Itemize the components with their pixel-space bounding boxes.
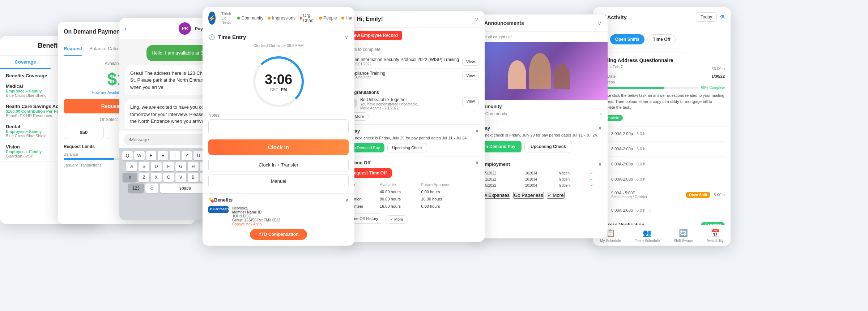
notes-label: Notes bbox=[203, 113, 354, 119]
notes-input[interactable] bbox=[208, 119, 349, 135]
impressions-dot bbox=[268, 17, 271, 20]
employment-title: Employment bbox=[482, 161, 510, 167]
person-silhouette-3 bbox=[554, 64, 570, 89]
ytd-button[interactable]: YTD Compensation bbox=[250, 229, 307, 240]
pay-block-chevron: ∨ bbox=[598, 125, 602, 131]
manual-button[interactable]: Manual bbox=[208, 174, 349, 188]
task-row-1: Written Information Security Protocol 20… bbox=[346, 55, 479, 69]
nav-community[interactable]: Community bbox=[237, 13, 264, 23]
tasks-label: Tasks to complete bbox=[346, 47, 479, 52]
time-off-tab[interactable]: Time Off bbox=[647, 34, 676, 44]
filter-icon[interactable]: ⚗ bbox=[720, 14, 725, 21]
schedule-row-5: 5 9:00A - 5:00P Schaumburg / Cashier Ope… bbox=[599, 187, 725, 203]
key-b[interactable]: B bbox=[188, 173, 199, 182]
community-dot bbox=[237, 17, 240, 20]
balance-label: Balance bbox=[64, 152, 78, 156]
timeoff-row-sick: Sick 40.00 hours 0.00 hours bbox=[346, 189, 478, 195]
nav-shift-swaps[interactable]: 🔄 Shift Swaps bbox=[674, 229, 693, 243]
caught-up-text: You're all caught up! bbox=[470, 32, 608, 42]
key-d[interactable]: D bbox=[151, 162, 162, 171]
pay-chevron: ∨ bbox=[475, 128, 479, 134]
nav-team-schedule[interactable]: 👥 Team Schedule bbox=[635, 229, 660, 243]
bcbs-info: Nebraska Member Name ID JOHN DOE Group: … bbox=[232, 206, 280, 226]
key-q[interactable]: Q bbox=[122, 151, 133, 160]
timeoff-row-volunteer: Volunteer 16.00 hours 0.00 hours bbox=[346, 203, 478, 210]
emp-row-1: 07/15/2022 102034 hidden ✓ bbox=[477, 170, 601, 176]
schedule-row-6: 6 8:00A-2:00p 6.0 h › bbox=[599, 203, 725, 218]
benefits-section-title: Benefits bbox=[214, 197, 233, 203]
nav-impressions[interactable]: Impressions bbox=[268, 13, 295, 23]
team-schedule-icon: 👥 bbox=[643, 229, 652, 237]
congrats-view-button[interactable]: View bbox=[462, 97, 479, 105]
emp-row-2: 07/01/2022 101034 hidden ✓ bbox=[477, 177, 601, 182]
key-v[interactable]: V bbox=[175, 173, 186, 182]
chevron-down-icon: ∨ bbox=[344, 34, 349, 40]
clock-in-transfer-button[interactable]: Clock In + Transfer bbox=[208, 158, 349, 172]
chat-avatar: PR bbox=[179, 22, 191, 35]
nav-orgchart[interactable]: Org Chart bbox=[300, 13, 315, 23]
timeoff-col-available: Available bbox=[380, 181, 421, 188]
app-name: Think Co. News bbox=[221, 12, 231, 25]
key-f[interactable]: F bbox=[163, 162, 174, 171]
tab-coverage[interactable]: Coverage bbox=[0, 56, 51, 69]
timeoff-more-button[interactable]: ✓ More bbox=[385, 215, 408, 224]
key-x[interactable]: X bbox=[151, 173, 162, 182]
announcements-chevron: ∨ bbox=[597, 20, 602, 26]
back-button[interactable]: ‹ bbox=[124, 25, 127, 33]
progress-pct: 66% Complete bbox=[701, 86, 725, 90]
key-a[interactable]: A bbox=[126, 162, 137, 171]
nav-people[interactable]: People bbox=[319, 13, 337, 23]
person-silhouette-1 bbox=[508, 60, 526, 89]
timeoff-chevron: ∨ bbox=[475, 160, 479, 165]
shift-swaps-icon: 🔄 bbox=[679, 229, 688, 237]
key-r[interactable]: R bbox=[158, 151, 168, 160]
orgchart-dot bbox=[300, 17, 302, 20]
tab-request[interactable]: Request bbox=[64, 42, 82, 56]
key-h[interactable]: H bbox=[188, 162, 199, 171]
dashboard-card: 👤 Hi, Emily! ∨ View Employee Record Task… bbox=[340, 11, 485, 242]
community-image bbox=[470, 42, 608, 100]
open-shifts-tab[interactable]: Open Shifts bbox=[610, 34, 644, 44]
greeting-text: Hi, Emily! bbox=[357, 16, 383, 22]
key-s[interactable]: S bbox=[139, 162, 149, 171]
payment-title: On Demand Payment bbox=[64, 29, 122, 35]
today-button[interactable]: Today bbox=[696, 12, 717, 22]
section-title: Time Entry bbox=[218, 34, 246, 40]
bcbs-logo: BlueCrossBlueShield bbox=[208, 206, 229, 213]
go-paperless-button[interactable]: Go Paperless bbox=[513, 192, 544, 199]
chevron-down-icon: ∨ bbox=[475, 16, 479, 23]
schedule-row-3: 3 8:00A-2:00p 6.0 h bbox=[599, 157, 725, 172]
key-t[interactable]: T bbox=[170, 151, 180, 160]
key-y[interactable]: Y bbox=[182, 151, 192, 160]
emp-row-3: 06/15/2022 101004 hidden ✓ bbox=[477, 183, 601, 188]
amount-50[interactable]: $50 bbox=[64, 126, 104, 139]
nav-availability[interactable]: 📅 Availability bbox=[707, 229, 724, 243]
key-w[interactable]: W bbox=[134, 151, 145, 160]
key-g[interactable]: G bbox=[175, 162, 186, 171]
timeoff-col-future: Future Approved bbox=[421, 181, 478, 188]
announcements-card: 📢 Announcements ∨ You're all caught up! … bbox=[470, 14, 608, 238]
emp-more-button[interactable]: ✓ More bbox=[547, 192, 565, 199]
progress-label: Progress bbox=[599, 80, 725, 84]
key-z[interactable]: Z bbox=[139, 173, 149, 182]
key-shift[interactable]: ⇧ bbox=[123, 173, 137, 182]
clock-face: 26 3:06 CST PM bbox=[253, 56, 304, 107]
key-emoji[interactable]: ☺ bbox=[145, 183, 158, 193]
person-silhouette-2 bbox=[529, 53, 551, 89]
key-e[interactable]: E bbox=[146, 151, 157, 160]
task-row-2: Compliance Training Due 08/09/2022 View bbox=[346, 69, 479, 82]
key-123[interactable]: 123 bbox=[128, 183, 144, 193]
availability-icon: 📅 bbox=[711, 229, 720, 237]
task-view-button-2[interactable]: View bbox=[462, 72, 479, 79]
employment-chevron: ∨ bbox=[598, 161, 602, 167]
clock-in-button[interactable]: Clock In bbox=[208, 139, 349, 155]
announcements-title: Announcements bbox=[484, 20, 524, 26]
mailing-description: Please click the below task an answer qu… bbox=[599, 92, 725, 111]
upcoming-check-button[interactable]: Upcoming Check bbox=[524, 141, 572, 152]
key-c[interactable]: C bbox=[163, 173, 174, 182]
nav-handbook[interactable]: Handbook bbox=[341, 13, 354, 23]
task-view-button-1[interactable]: View bbox=[462, 58, 479, 66]
app-logo: ⚡ bbox=[208, 12, 216, 25]
upcoming-check-button[interactable]: Upcoming Check bbox=[387, 143, 427, 152]
schedule-row-4: 4 8:00A-2:00p 6.0 h bbox=[599, 172, 725, 187]
